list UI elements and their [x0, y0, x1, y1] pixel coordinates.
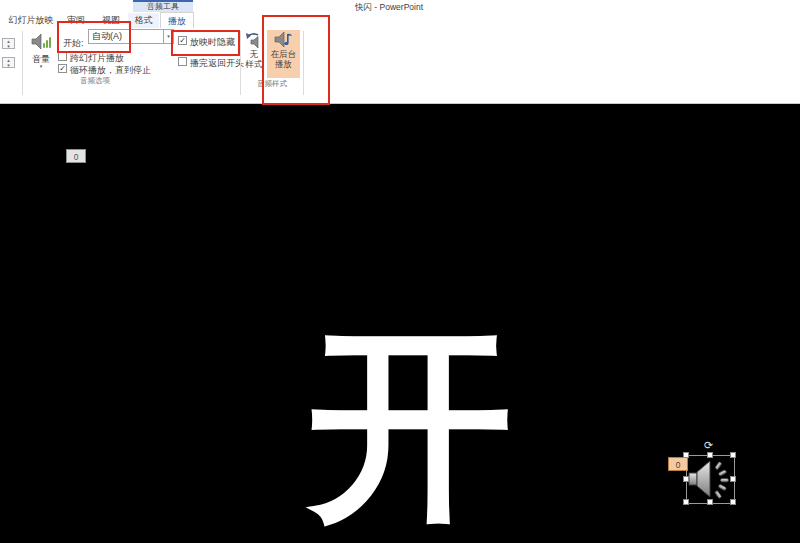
slide-title-character: 开 — [308, 322, 513, 527]
rewind-after-playing-checkbox[interactable] — [178, 57, 187, 66]
rotation-handle[interactable]: ⟳ — [704, 440, 713, 450]
audio-speaker-icon[interactable] — [688, 457, 732, 501]
fade-in-spinner[interactable]: ▴ ▾ — [2, 38, 15, 49]
annotation-box-hide-during-show — [171, 30, 240, 56]
rewind-after-playing-label: 播完返回开头 — [190, 57, 244, 70]
spinner-down-icon[interactable]: ▾ — [3, 44, 14, 49]
tab-format[interactable]: 格式 — [128, 13, 159, 28]
audio-animation-order-badge[interactable]: 0 — [668, 457, 688, 471]
no-style-label-line1: 无 — [250, 49, 259, 59]
resize-handle-n[interactable] — [707, 452, 713, 458]
no-style-label-line2: 样式 — [246, 59, 263, 69]
volume-button[interactable]: 音量 ▾ — [28, 33, 54, 77]
resize-handle-e[interactable] — [730, 476, 736, 482]
resize-handle-w[interactable] — [683, 476, 689, 482]
animation-order-badge[interactable]: 0 — [66, 149, 86, 163]
audio-options-group-label: 音频选项 — [50, 76, 140, 86]
slide-canvas[interactable]: 0 开 0 ⟳ — [0, 104, 800, 543]
contextual-tab-group-header: 音频工具 — [133, 0, 193, 12]
resize-handle-ne[interactable] — [730, 452, 736, 458]
resize-handle-sw[interactable] — [683, 499, 689, 505]
no-style-icon — [244, 31, 264, 49]
loop-until-stopped-checkbox[interactable]: ✓ — [58, 64, 67, 73]
group-separator — [22, 31, 23, 95]
fade-out-spinner[interactable]: ▴ ▾ — [2, 57, 15, 68]
play-across-slides-checkbox[interactable] — [58, 52, 67, 61]
resize-handle-nw[interactable] — [683, 452, 689, 458]
annotation-box-play-in-background — [262, 15, 330, 105]
annotation-box-start-automatic — [57, 21, 131, 53]
chevron-down-icon: ▾ — [167, 33, 170, 39]
tab-slideshow[interactable]: 幻灯片放映 — [8, 13, 54, 28]
resize-handle-s[interactable] — [707, 499, 713, 505]
window-title: 快闪 - PowerPoint — [355, 2, 423, 14]
resize-handle-se[interactable] — [730, 499, 736, 505]
spinner-down-icon[interactable]: ▾ — [3, 63, 14, 68]
chevron-down-icon: ▾ — [28, 64, 54, 69]
volume-icon — [31, 33, 51, 50]
tab-playback[interactable]: 播放 — [160, 12, 194, 28]
